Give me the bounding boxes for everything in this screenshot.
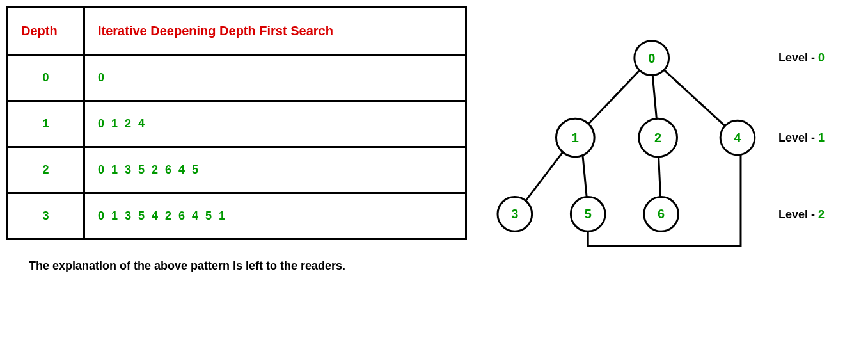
level-label-1: Level - 1: [778, 131, 825, 145]
col-header-sequence: Iterative Deepening Depth First Search: [84, 8, 466, 55]
sequence-cell: 0: [84, 55, 466, 101]
node-0: 0: [635, 41, 669, 76]
level-label-0: Level - 0: [778, 51, 825, 65]
depth-cell: 2: [8, 147, 84, 193]
node-1: 1: [556, 118, 594, 157]
svg-text:2: 2: [654, 131, 661, 145]
caption-text: The explanation of the above pattern is …: [29, 259, 467, 273]
node-4: 4: [720, 120, 755, 155]
node-2: 2: [639, 118, 677, 157]
node-5: 5: [571, 197, 605, 232]
graph-diagram: 0 1 2 4 3 5 6 Level - 0 Level - 1 Level …: [493, 6, 862, 275]
depth-cell: 1: [8, 101, 84, 147]
level-label-2: Level - 2: [778, 208, 825, 222]
svg-text:4: 4: [734, 131, 741, 145]
sequence-cell: 0 1 2 4: [84, 101, 466, 147]
sequence-cell: 0 1 3 5 4 2 6 4 5 1: [84, 193, 466, 239]
svg-text:6: 6: [658, 207, 665, 221]
table-row: 0 0: [8, 55, 466, 101]
depth-cell: 0: [8, 55, 84, 101]
sequence-cell: 0 1 3 5 2 6 4 5: [84, 147, 466, 193]
svg-text:0: 0: [648, 51, 655, 65]
depth-cell: 3: [8, 193, 84, 239]
svg-text:3: 3: [511, 207, 518, 221]
node-6: 6: [644, 197, 679, 232]
iddfs-table: Depth Iterative Deepening Depth First Se…: [6, 6, 467, 240]
table-row: 2 0 1 3 5 2 6 4 5: [8, 147, 466, 193]
table-row: 1 0 1 2 4: [8, 101, 466, 147]
node-3: 3: [498, 197, 532, 232]
table-row: 3 0 1 3 5 4 2 6 4 5 1: [8, 193, 466, 239]
col-header-depth: Depth: [8, 8, 84, 55]
svg-text:1: 1: [572, 131, 579, 145]
svg-text:5: 5: [585, 207, 592, 221]
